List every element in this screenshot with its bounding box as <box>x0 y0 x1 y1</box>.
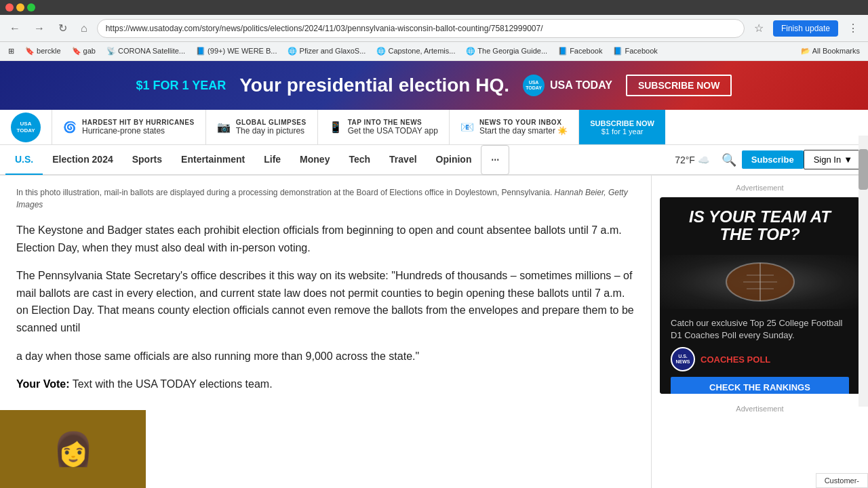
football-ad-headline: IS YOUR TEAM AT THE TOP? <box>671 208 849 244</box>
bookmark-corona[interactable]: 📡 CORONA Satellite... <box>104 45 188 57</box>
bookmark-pfizer[interactable]: 🌐 Pfizer and GlaxoS... <box>285 45 368 57</box>
bookmark-gab[interactable]: 🔖 gab <box>69 45 98 57</box>
us-news-logo: U.S.NEWS <box>671 347 695 371</box>
bookmark-facebook-1[interactable]: 📘 Facebook <box>555 45 605 57</box>
ad-logo: USATODAY USA TODAY <box>523 75 612 96</box>
promo-hurricanes-title: HARDEST HIT BY HURRICANES <box>82 119 195 126</box>
nav-weather: 72°F ☁️ <box>668 155 716 165</box>
promo-tap-news[interactable]: 📱 TAP INTO THE NEWS Get the USA TODAY ap… <box>318 110 450 144</box>
nav-more-button[interactable]: ⋯ <box>481 145 509 175</box>
forward-button[interactable]: → <box>30 20 49 37</box>
url-text: https://www.usatoday.com/story/news/poli… <box>106 24 543 33</box>
video-overlay[interactable]: 👩 <box>0 410 146 488</box>
bookmark-capstone[interactable]: 🌐 Capstone, Artemis... <box>374 45 458 57</box>
finish-update-button[interactable]: Finish update <box>773 20 838 37</box>
window-controls <box>5 3 35 12</box>
ad-logo-inner: USATODAY <box>526 80 542 90</box>
your-vote-label: Your Vote: <box>16 378 70 390</box>
bookmark-star[interactable]: ☆ <box>750 19 768 37</box>
promo-global-glimpses[interactable]: 📷 GLOBAL GLIMPSES The day in pictures <box>206 110 318 144</box>
bookmarks-bar: ⊞ 🔖 berckle 🔖 gab 📡 CORONA Satellite... … <box>0 42 868 61</box>
nav-life[interactable]: Life <box>254 145 290 175</box>
nav-signin-button[interactable]: Sign In ▼ <box>804 150 863 169</box>
nav-sports[interactable]: Sports <box>123 145 172 175</box>
vote-text-content: Text with the USA TODAY elections team. <box>73 378 273 390</box>
bookmark-berckle[interactable]: 🔖 berckle <box>22 45 64 57</box>
maximize-window-btn[interactable] <box>27 3 35 12</box>
ad-subscribe-button[interactable]: SUBSCRIBE NOW <box>626 75 732 96</box>
football-svg <box>719 255 801 309</box>
nav-opinion[interactable]: Opinion <box>427 145 481 175</box>
promo-glimpses-sub: The day in pictures <box>236 126 307 136</box>
promo-hurricanes[interactable]: 🌀 HARDEST HIT BY HURRICANES Hurricane-pr… <box>52 110 206 144</box>
bookmark-georgia[interactable]: 🌐 The Georgia Guide... <box>463 45 550 57</box>
logo-text: USATODAY <box>16 121 35 134</box>
promo-inbox[interactable]: 📧 NEWS TO YOUR INBOX Start the day smart… <box>450 110 579 144</box>
photo-caption: In this photo illustration, mail-in ball… <box>16 186 635 211</box>
home-button[interactable]: ⌂ <box>77 20 92 37</box>
scrollbar[interactable] <box>859 136 868 407</box>
article-paragraph-2: The Pennsylvania State Secretary's offic… <box>16 267 635 336</box>
all-bookmarks[interactable]: 📂 All Bookmarks <box>798 45 863 57</box>
phone-icon: 📱 <box>329 121 342 134</box>
reload-button[interactable]: ↻ <box>54 19 71 37</box>
ad-banner[interactable]: $1 FOR 1 YEAR Your presidential election… <box>0 61 868 110</box>
bookmarks-manager[interactable]: ⊞ <box>5 45 17 57</box>
sidebar: Advertisement IS YOUR TEAM AT THE TOP? C… <box>651 176 868 488</box>
bookmark-facebook-2[interactable]: 📘 Facebook <box>610 45 660 57</box>
ad-headline: Your presidential election HQ. <box>239 75 509 96</box>
nav-entertainment[interactable]: Entertainment <box>172 145 254 175</box>
address-bar[interactable]: https://www.usatoday.com/story/news/poli… <box>97 19 745 38</box>
football-ad-logo-row: U.S.NEWS COACHES POLL <box>671 347 849 371</box>
article-paragraph-1: The Keystone and Badger states each proh… <box>16 222 635 256</box>
promo-subscribe-block[interactable]: SUBSCRIBE NOW $1 for 1 year <box>579 110 665 144</box>
football-ad-top: IS YOUR TEAM AT THE TOP? <box>660 197 860 255</box>
coaches-poll-text: COACHES POLL <box>701 354 770 365</box>
nav-travel[interactable]: Travel <box>380 145 426 175</box>
promo-bar: USATODAY 🌀 HARDEST HIT BY HURRICANES Hur… <box>0 110 868 145</box>
browser-title-bar <box>0 0 868 15</box>
nav-election-2024[interactable]: Election 2024 <box>43 145 123 175</box>
bottom-bar: Customer- <box>816 473 868 488</box>
check-rankings-button[interactable]: CHECK THE RANKINGS <box>671 377 849 394</box>
promo-subscribe-sub: $1 for 1 year <box>601 127 644 136</box>
promo-glimpses-title: GLOBAL GLIMPSES <box>236 119 307 126</box>
nav-money[interactable]: Money <box>290 145 339 175</box>
browser-toolbar: ← → ↻ ⌂ https://www.usatoday.com/story/n… <box>0 15 868 42</box>
email-icon: 📧 <box>460 121 474 134</box>
football-ad[interactable]: IS YOUR TEAM AT THE TOP? Catch our exclu… <box>660 197 860 394</box>
sidebar-ad-label-2: Advertisement <box>660 405 860 413</box>
site-header: USATODAY 🌀 HARDEST HIT BY HURRICANES Hur… <box>0 110 868 176</box>
nav-subscribe-button[interactable]: Subscribe <box>742 150 804 169</box>
usa-today-logo: USATODAY <box>11 113 41 142</box>
back-button[interactable]: ← <box>5 20 24 37</box>
customer-service-text: Customer- <box>825 476 859 485</box>
search-button[interactable]: 🔍 <box>716 152 742 167</box>
promo-subscribe-title: SUBSCRIBE NOW <box>590 119 654 127</box>
football-ad-image <box>660 255 860 309</box>
promo-hurricanes-sub: Hurricane-prone states <box>82 126 195 136</box>
chevron-down-icon: ▼ <box>844 155 852 165</box>
football-ad-desc: Catch our exclusive Top 25 College Footb… <box>671 317 849 342</box>
close-window-btn[interactable] <box>5 3 14 12</box>
promo-inbox-sub: Start the day smarter ☀️ <box>479 126 568 136</box>
football-ad-bottom: Catch our exclusive Top 25 College Footb… <box>660 309 860 394</box>
scrollbar-thumb[interactable] <box>859 149 868 190</box>
signin-label: Sign In <box>814 155 841 165</box>
nav-us[interactable]: U.S. <box>5 145 43 175</box>
nav-tech[interactable]: Tech <box>339 145 380 175</box>
nav-bar: U.S. Election 2024 Sports Entertainment … <box>0 145 868 175</box>
minimize-window-btn[interactable] <box>16 3 24 12</box>
site-logo[interactable]: USATODAY <box>0 110 52 144</box>
ad-price-text: $1 FOR 1 YEAR <box>136 79 226 93</box>
article-body: The Keystone and Badger states each proh… <box>16 222 635 393</box>
article-paragraph-3: a day when those same officials are also… <box>16 348 635 365</box>
extensions-button[interactable]: ⋮ <box>844 19 863 37</box>
ad-logo-text: USA TODAY <box>550 79 612 92</box>
bookmark-99plus[interactable]: 📘 (99+) WE WERE B... <box>193 45 279 57</box>
usa-today-logo-circle: USATODAY <box>523 75 545 96</box>
camera-icon: 📷 <box>217 121 231 134</box>
coaches-poll-title: COACHES POLL <box>701 354 770 365</box>
video-thumbnail: 👩 <box>0 410 146 488</box>
video-person-icon: 👩 <box>53 430 94 468</box>
